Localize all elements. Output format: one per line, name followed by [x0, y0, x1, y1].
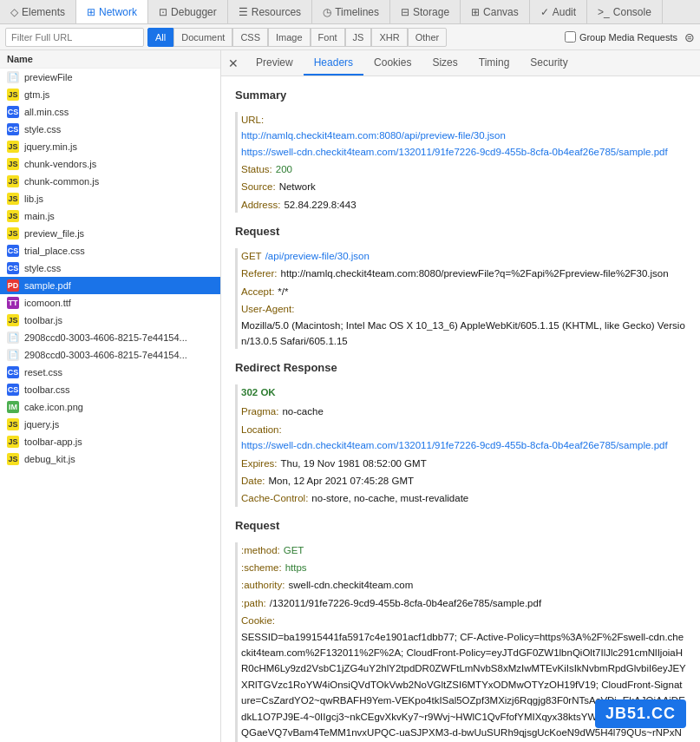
- file-name-label: 2908ccd0-3003-4606-8215-7e44154...: [24, 332, 187, 343]
- req2-scheme-key: :scheme:: [241, 560, 282, 575]
- file-item[interactable]: JSgtm.js: [0, 86, 220, 103]
- req2-scheme-val: https: [285, 560, 307, 575]
- file-name-label: previewFile: [24, 72, 73, 82]
- file-item[interactable]: 📄2908ccd0-3003-4606-8215-7e44154...: [0, 346, 220, 364]
- tab-canvas[interactable]: ⊞ Canvas: [461, 0, 530, 23]
- group-media-checkbox[interactable]: [565, 31, 576, 43]
- file-type-icon: JS: [7, 314, 19, 326]
- file-name-label: jquery.js: [24, 419, 59, 430]
- sub-tab-headers[interactable]: Headers: [304, 50, 363, 76]
- summary-source-key: Source:: [241, 179, 276, 194]
- funnel-icon[interactable]: ⊜: [684, 30, 695, 44]
- file-item[interactable]: JSlib.js: [0, 190, 220, 207]
- file-type-icon: JS: [7, 193, 19, 205]
- file-type-icon: CS: [7, 106, 19, 118]
- tab-audit[interactable]: ✓ Audit: [530, 0, 587, 23]
- summary-block: URL: http://namlq.checkit4team.com:8080/…: [235, 112, 686, 213]
- redirect-expires-val: Thu, 19 Nov 1981 08:52:00 GMT: [281, 456, 427, 471]
- req1-ua-key: User-Agent:: [241, 301, 294, 317]
- tab-console[interactable]: >_ Console: [587, 0, 663, 23]
- tab-storage[interactable]: ⊟ Storage: [390, 0, 461, 23]
- file-item[interactable]: JSpreview_file.js: [0, 225, 220, 242]
- tab-debugger[interactable]: ⊡ Debugger: [148, 0, 228, 23]
- redirect-pragma-row: Pragma: no-cache: [241, 404, 686, 419]
- network-icon: ⊞: [87, 6, 95, 18]
- summary-url-row: URL: http://namlq.checkit4team.com:8080/…: [241, 112, 686, 160]
- req2-authority-row: :authority: swell-cdn.checkit4team.com: [241, 577, 686, 593]
- file-type-icon: 📄: [7, 332, 19, 344]
- redirect-pragma-key: Pragma:: [241, 404, 278, 419]
- summary-url-val: http://namlq.checkit4team.com:8080/api/p…: [241, 128, 668, 160]
- redirect-location-row: Location: https://swell-cdn.checkit4team…: [241, 422, 686, 454]
- filter-image-btn[interactable]: Image: [268, 28, 311, 47]
- tab-elements[interactable]: ◇ Elements: [0, 0, 76, 23]
- sub-tab-preview[interactable]: Preview: [245, 50, 304, 76]
- sub-tab-timing[interactable]: Timing: [468, 50, 520, 76]
- file-item[interactable]: JSjquery.js: [0, 416, 220, 433]
- canvas-icon: ⊞: [471, 6, 480, 18]
- main-area: Name 📄previewFileJSgtm.jsCSall.min.cssCS…: [0, 50, 700, 742]
- redirect-date-val: Mon, 12 Apr 2021 07:45:28 GMT: [269, 473, 415, 489]
- summary-address-key: Address:: [241, 197, 280, 213]
- filter-input[interactable]: [11, 32, 138, 43]
- file-item[interactable]: 📄2908ccd0-3003-4606-8215-7e44154...: [0, 329, 220, 346]
- file-item[interactable]: JStoolbar-app.js: [0, 433, 220, 450]
- req1-method-val: /api/preview-file/30.json: [265, 248, 370, 264]
- file-name-label: jquery.min.js: [24, 141, 77, 152]
- file-name-label: 2908ccd0-3003-4606-8215-7e44154...: [24, 350, 187, 360]
- file-item[interactable]: JSchunk-vendors.js: [0, 155, 220, 173]
- file-name-label: chunk-vendors.js: [24, 159, 96, 169]
- summary-address-val: 52.84.229.8:443: [284, 197, 356, 213]
- file-item[interactable]: JSchunk-common.js: [0, 173, 220, 190]
- file-name-label: trial_place.css: [24, 246, 85, 256]
- file-item[interactable]: JSjquery.min.js: [0, 138, 220, 155]
- req1-accept-row: Accept: */*: [241, 284, 686, 299]
- sub-tab-cookies[interactable]: Cookies: [363, 50, 422, 76]
- file-item[interactable]: 📄previewFile: [0, 69, 220, 86]
- filter-css-btn[interactable]: CSS: [232, 28, 268, 47]
- file-list-panel: Name 📄previewFileJSgtm.jsCSall.min.cssCS…: [0, 50, 221, 742]
- request1-block: GET /api/preview-file/30.json Referer: h…: [235, 248, 686, 349]
- file-item[interactable]: CStrial_place.css: [0, 242, 220, 259]
- file-name-label: cake.icon.png: [24, 402, 83, 412]
- file-name-label: reset.css: [24, 367, 62, 378]
- req1-ua-row: User-Agent: Mozilla/5.0 (Macintosh; Inte…: [241, 301, 686, 349]
- content-area: Summary URL: http://namlq.checkit4team.c…: [221, 76, 700, 742]
- tab-resources[interactable]: ☰ Resources: [228, 0, 312, 23]
- filter-all-btn[interactable]: All: [147, 28, 173, 47]
- tab-timelines[interactable]: ◷ Timelines: [312, 0, 390, 23]
- req2-cookie-key: Cookie:: [241, 613, 275, 628]
- file-name-label: chunk-common.js: [24, 176, 99, 187]
- redirect-status: 302 OK: [241, 384, 686, 400]
- filter-font-btn[interactable]: Font: [311, 28, 345, 47]
- filter-input-wrap: [5, 28, 144, 47]
- sub-tab-sizes[interactable]: Sizes: [422, 50, 468, 76]
- file-item[interactable]: CSall.min.css: [0, 103, 220, 121]
- file-item[interactable]: IMcake.icon.png: [0, 398, 220, 416]
- file-item[interactable]: PDsample.pdf: [0, 277, 220, 294]
- file-name-label: main.js: [24, 211, 55, 221]
- file-item[interactable]: CSstyle.css: [0, 259, 220, 277]
- sub-tab-security[interactable]: Security: [520, 50, 578, 76]
- filter-other-btn[interactable]: Other: [408, 28, 448, 47]
- watermark: JB51.CC: [595, 699, 686, 728]
- file-name-label: debug_kit.js: [24, 454, 75, 464]
- file-item[interactable]: JSmain.js: [0, 207, 220, 225]
- filter-document-btn[interactable]: Document: [173, 28, 232, 47]
- file-type-icon: JS: [7, 158, 19, 170]
- file-item[interactable]: JStoolbar.js: [0, 312, 220, 329]
- file-type-icon: CS: [7, 262, 19, 274]
- file-item[interactable]: JSdebug_kit.js: [0, 450, 220, 468]
- filter-xhr-btn[interactable]: XHR: [371, 28, 407, 47]
- close-button[interactable]: ✕: [228, 56, 239, 70]
- filter-js-btn[interactable]: JS: [345, 28, 372, 47]
- debugger-icon: ⊡: [159, 6, 167, 18]
- file-name-label: style.css: [24, 263, 61, 273]
- file-item[interactable]: TTicomoon.ttf: [0, 294, 220, 312]
- tab-network[interactable]: ⊞ Network: [76, 0, 148, 23]
- file-item[interactable]: CSstyle.css: [0, 121, 220, 138]
- file-item[interactable]: CStoolbar.css: [0, 381, 220, 398]
- req1-ua-val: Mozilla/5.0 (Macintosh; Intel Mac OS X 1…: [241, 318, 686, 350]
- redirect-block: 302 OK Pragma: no-cache Location: https:…: [235, 384, 686, 507]
- file-item[interactable]: CSreset.css: [0, 364, 220, 381]
